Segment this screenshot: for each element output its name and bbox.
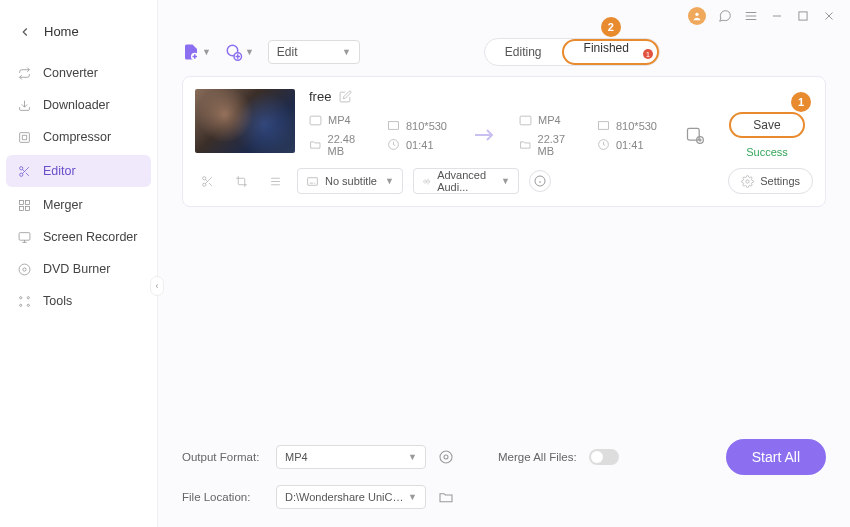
sidebar-item-editor[interactable]: Editor [6, 155, 151, 187]
chevron-down-icon: ▼ [342, 47, 351, 57]
file-card: free MP4 22.48 MB 810*530 01:41 [182, 76, 826, 207]
video-icon [309, 114, 322, 127]
chevron-down-icon: ▼ [501, 176, 510, 186]
effects-button[interactable] [263, 169, 287, 193]
svg-point-55 [444, 455, 448, 459]
home-label: Home [44, 24, 79, 39]
format-settings-icon[interactable] [438, 449, 454, 465]
clock-icon [387, 138, 400, 151]
svg-rect-0 [20, 132, 30, 142]
video-icon [519, 114, 532, 127]
file-location-select[interactable]: D:\Wondershare UniConverter 1 ▼ [276, 485, 426, 509]
svg-point-54 [746, 179, 749, 182]
svg-rect-43 [308, 177, 318, 185]
svg-rect-6 [20, 206, 24, 210]
svg-rect-3 [20, 200, 24, 204]
svg-point-11 [23, 267, 26, 270]
svg-point-36 [202, 183, 205, 186]
sidebar-item-converter[interactable]: Converter [0, 57, 157, 89]
crop-button[interactable] [229, 169, 253, 193]
resolution-icon [597, 119, 610, 132]
chevron-down-icon: ▼ [385, 176, 394, 186]
sidebar-item-label: Tools [43, 294, 72, 308]
merge-label: Merge All Files: [498, 451, 577, 463]
sidebar-item-tools[interactable]: Tools [0, 285, 157, 317]
svg-point-14 [20, 304, 22, 306]
window-minimize[interactable] [770, 9, 784, 23]
menu-icon[interactable] [744, 9, 758, 23]
sidebar-item-label: DVD Burner [43, 262, 110, 276]
tab-editing[interactable]: Editing [485, 39, 562, 65]
svg-point-1 [20, 166, 23, 169]
merge-toggle[interactable] [589, 449, 619, 465]
svg-point-16 [695, 13, 698, 16]
audio-icon [422, 175, 431, 188]
svg-rect-31 [599, 122, 609, 130]
edit-mode-label: Edit [277, 45, 298, 59]
svg-rect-27 [310, 116, 321, 125]
file-location-label: File Location: [182, 491, 264, 503]
edit-mode-select[interactable]: Edit ▼ [268, 40, 360, 64]
open-folder-icon[interactable] [438, 489, 454, 505]
sidebar-item-merger[interactable]: Merger [0, 189, 157, 221]
svg-point-15 [27, 304, 29, 306]
sidebar-item-dvd-burner[interactable]: DVD Burner [0, 253, 157, 285]
svg-rect-5 [26, 206, 30, 210]
add-file-button[interactable]: ▼ [182, 43, 211, 61]
subtitle-select[interactable]: No subtitle ▼ [297, 168, 403, 194]
step-badge-2: 2 [601, 17, 621, 37]
rename-icon[interactable] [339, 90, 352, 103]
sidebar-item-compressor[interactable]: Compressor [0, 121, 157, 153]
svg-point-35 [202, 176, 205, 179]
trim-button[interactable] [195, 169, 219, 193]
support-icon[interactable] [718, 9, 732, 23]
sidebar-item-label: Compressor [43, 130, 111, 144]
svg-point-2 [20, 173, 23, 176]
svg-rect-30 [520, 116, 531, 125]
sidebar-item-label: Merger [43, 198, 83, 212]
add-url-button[interactable]: ▼ [225, 43, 254, 61]
sidebar-item-label: Editor [43, 164, 76, 178]
sidebar-item-label: Screen Recorder [43, 230, 138, 244]
arrow-right-icon [473, 127, 497, 143]
video-thumbnail[interactable] [195, 89, 295, 153]
subtitle-icon [306, 175, 319, 188]
output-format-select[interactable]: MP4 ▼ [276, 445, 426, 469]
svg-point-13 [27, 296, 29, 298]
sidebar-item-screen-recorder[interactable]: Screen Recorder [0, 221, 157, 253]
window-maximize[interactable] [796, 9, 810, 23]
sidebar-item-downloader[interactable]: Downloader [0, 89, 157, 121]
svg-line-38 [208, 182, 211, 185]
chevron-down-icon: ▼ [408, 492, 417, 502]
output-settings-icon[interactable] [685, 125, 705, 145]
gear-icon [741, 175, 754, 188]
step-badge-1: 1 [791, 92, 811, 112]
folder-icon [309, 138, 322, 151]
chevron-down-icon: ▼ [408, 452, 417, 462]
svg-point-56 [440, 451, 452, 463]
sidebar-item-label: Converter [43, 66, 98, 80]
home-link[interactable]: Home [0, 12, 157, 57]
clock-icon [597, 138, 610, 151]
svg-rect-28 [389, 122, 399, 130]
tab-finished[interactable]: Finished 1 [564, 41, 657, 55]
file-name: free [309, 89, 331, 104]
save-button[interactable]: Save [729, 112, 805, 138]
svg-rect-7 [19, 232, 30, 240]
settings-button[interactable]: Settings [728, 168, 813, 194]
sidebar-item-label: Downloader [43, 98, 110, 112]
info-button[interactable] [529, 170, 551, 192]
start-all-button[interactable]: Start All [726, 439, 826, 475]
account-avatar[interactable] [688, 7, 706, 25]
chevron-down-icon: ▼ [202, 47, 211, 57]
window-close[interactable] [822, 9, 836, 23]
audio-select[interactable]: Advanced Audi... ▼ [413, 168, 519, 194]
svg-point-10 [19, 264, 30, 275]
folder-icon [519, 138, 532, 151]
svg-rect-4 [26, 200, 30, 204]
chevron-down-icon: ▼ [245, 47, 254, 57]
resolution-icon [387, 119, 400, 132]
output-format-label: Output Format: [182, 451, 264, 463]
svg-point-12 [20, 296, 22, 298]
sidebar-collapse-handle[interactable]: ‹ [150, 276, 164, 296]
